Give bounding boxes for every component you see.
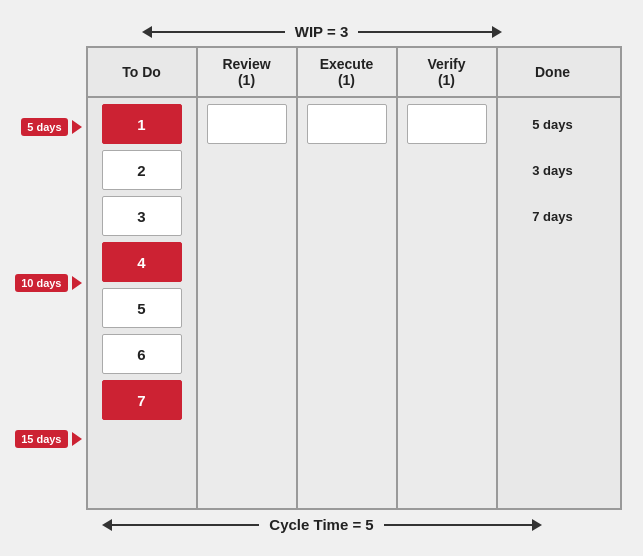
left-labels: 5 days 10 days 15 days bbox=[22, 46, 82, 510]
todo-card-6: 6 bbox=[102, 334, 182, 374]
todo-card-1: 1 bbox=[102, 104, 182, 144]
day-tag-5days: 5 days bbox=[21, 118, 81, 136]
done-item-1: 5 days bbox=[506, 104, 600, 144]
todo-card-5: 5 bbox=[102, 288, 182, 328]
cycle-arrow-line1 bbox=[112, 524, 260, 526]
done-item-2: 3 days bbox=[506, 150, 600, 190]
day-label-empty-5 bbox=[22, 361, 82, 413]
col-header-review-label: Review(1) bbox=[222, 56, 270, 88]
wip-arrow-right bbox=[492, 26, 502, 38]
cycle-arrow: Cycle Time = 5 bbox=[102, 516, 542, 533]
day-tag-text-10days: 10 days bbox=[15, 274, 67, 292]
col-header-verify: Verify(1) bbox=[398, 48, 498, 96]
cycle-arrow-left bbox=[102, 519, 112, 531]
execute-column bbox=[298, 98, 398, 508]
headers-row: To Do Review(1) Execute(1) Verify(1) Don… bbox=[88, 48, 620, 98]
verify-card-1 bbox=[407, 104, 487, 144]
day-label-empty-4 bbox=[22, 309, 82, 361]
kanban-board: WIP = 3 5 days 10 days bbox=[12, 13, 632, 543]
wip-arrow-left bbox=[142, 26, 152, 38]
day-arrow-5days bbox=[72, 120, 82, 134]
review-column bbox=[198, 98, 298, 508]
wip-row: WIP = 3 bbox=[22, 23, 622, 40]
day-tag-text-15days: 15 days bbox=[15, 430, 67, 448]
day-label-15: 15 days bbox=[22, 413, 82, 465]
wip-label: WIP = 3 bbox=[295, 23, 349, 40]
todo-card-2: 2 bbox=[102, 150, 182, 190]
day-arrow-10days bbox=[72, 276, 82, 290]
col-header-execute-label: Execute(1) bbox=[320, 56, 374, 88]
cycle-time-label: Cycle Time = 5 bbox=[269, 516, 373, 533]
col-header-execute: Execute(1) bbox=[298, 48, 398, 96]
col-header-todo: To Do bbox=[88, 48, 198, 96]
verify-column bbox=[398, 98, 498, 508]
day-label-empty-1 bbox=[22, 153, 82, 205]
day-label-10: 10 days bbox=[22, 257, 82, 309]
day-label-5: 5 days bbox=[22, 101, 82, 153]
col-header-todo-label: To Do bbox=[122, 64, 161, 80]
day-tag-text-5days: 5 days bbox=[21, 118, 67, 136]
cycle-arrow-right bbox=[532, 519, 542, 531]
kanban-board-inner: To Do Review(1) Execute(1) Verify(1) Don… bbox=[86, 46, 622, 510]
col-header-verify-label: Verify(1) bbox=[427, 56, 465, 88]
main-area: 5 days 10 days 15 days bbox=[22, 46, 622, 510]
done-column: 5 days 3 days 7 days bbox=[498, 98, 608, 508]
day-label-empty-2 bbox=[22, 205, 82, 257]
col-header-done: Done bbox=[498, 48, 608, 96]
day-arrow-15days bbox=[72, 432, 82, 446]
todo-column: 1 2 3 4 5 6 7 bbox=[88, 98, 198, 508]
done-item-3: 7 days bbox=[506, 196, 600, 236]
todo-card-3: 3 bbox=[102, 196, 182, 236]
rows-area: 1 2 3 4 5 6 7 bbox=[88, 98, 620, 508]
review-card-1 bbox=[207, 104, 287, 144]
todo-card-7: 7 bbox=[102, 380, 182, 420]
day-tag-15days: 15 days bbox=[15, 430, 81, 448]
execute-card-1 bbox=[307, 104, 387, 144]
todo-card-4: 4 bbox=[102, 242, 182, 282]
cycle-row: Cycle Time = 5 bbox=[22, 516, 622, 533]
col-header-review: Review(1) bbox=[198, 48, 298, 96]
cycle-arrow-line2 bbox=[384, 524, 532, 526]
wip-arrow: WIP = 3 bbox=[142, 23, 502, 40]
day-tag-10days: 10 days bbox=[15, 274, 81, 292]
wip-arrow-line bbox=[152, 31, 285, 33]
col-header-done-label: Done bbox=[535, 64, 570, 80]
wip-arrow-line2 bbox=[358, 31, 491, 33]
